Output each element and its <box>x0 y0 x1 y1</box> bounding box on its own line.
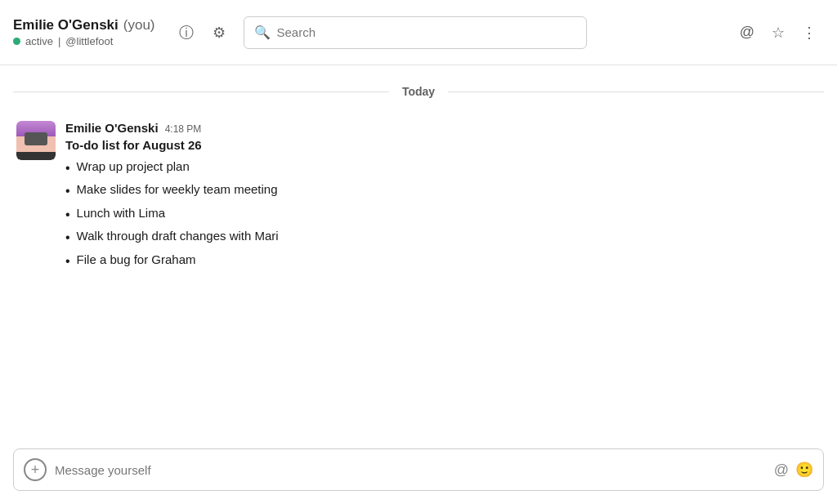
status-separator: | <box>58 35 60 47</box>
star-icon: ☆ <box>772 24 785 42</box>
search-icon: 🔍 <box>254 25 271 40</box>
star-button[interactable]: ☆ <box>763 18 793 47</box>
username-text: Emilie O'Genski <box>13 17 119 33</box>
info-button[interactable]: ⓘ <box>172 18 201 47</box>
avatar-image <box>16 121 56 160</box>
header-username: Emilie O'Genski (you) <box>13 17 155 33</box>
at-button[interactable]: @ <box>732 18 762 47</box>
search-input[interactable] <box>277 25 576 39</box>
list-item-text: Make slides for weekly team meeting <box>77 182 278 196</box>
more-icon: ⋮ <box>802 24 817 42</box>
input-box: + @ 🙂 <box>13 448 824 491</box>
status-text: active <box>25 35 53 47</box>
message-author: Emilie O'Genski <box>65 121 159 135</box>
date-divider: Today <box>0 65 837 114</box>
plus-icon: + <box>31 462 40 479</box>
at-mention-icon[interactable]: @ <box>774 462 789 479</box>
message-block: Emilie O'Genski 4:18 PM To-do list for A… <box>0 114 837 279</box>
input-area: + @ 🙂 <box>0 440 837 504</box>
header-status: active | @littlefoot <box>13 35 155 47</box>
messages-area: Today Emilie O'Genski 4:18 PM To-do list… <box>0 65 837 440</box>
list-item-text: Wrap up project plan <box>77 159 190 173</box>
info-icon: ⓘ <box>179 23 194 42</box>
input-right-icons: @ 🙂 <box>774 461 813 479</box>
user-handle: @littlefoot <box>65 35 113 47</box>
search-bar[interactable]: 🔍 <box>244 16 587 49</box>
list-item: Wrap up project plan <box>65 157 821 180</box>
header-action-icons: ⓘ ⚙ <box>172 18 234 47</box>
gear-icon: ⚙ <box>213 24 226 42</box>
list-item-text: Walk through draft changes with Mari <box>77 229 279 243</box>
more-button[interactable]: ⋮ <box>794 18 824 47</box>
emoji-icon[interactable]: 🙂 <box>795 461 813 479</box>
header: Emilie O'Genski (you) active | @littlefo… <box>0 0 837 65</box>
header-user-info: Emilie O'Genski (you) active | @littlefo… <box>13 17 155 47</box>
settings-button[interactable]: ⚙ <box>204 18 234 47</box>
add-button[interactable]: + <box>24 458 47 481</box>
list-item: Make slides for weekly team meeting <box>65 180 821 203</box>
at-icon: @ <box>740 24 754 41</box>
list-item: Lunch with Lima <box>65 203 821 226</box>
list-item-text: File a bug for Graham <box>77 252 196 266</box>
header-right-icons: @ ☆ ⋮ <box>732 18 824 47</box>
you-label: (you) <box>123 17 155 33</box>
message-list: Wrap up project plan Make slides for wee… <box>65 157 821 273</box>
date-label: Today <box>402 85 435 98</box>
list-item-text: Lunch with Lima <box>77 206 165 220</box>
message-input[interactable] <box>55 463 766 477</box>
status-dot-icon <box>13 38 20 45</box>
avatar <box>16 121 56 160</box>
message-title: To-do list for August 26 <box>65 138 821 152</box>
message-content: Emilie O'Genski 4:18 PM To-do list for A… <box>65 121 821 273</box>
message-time: 4:18 PM <box>165 123 202 135</box>
main-content: Today Emilie O'Genski 4:18 PM To-do list… <box>0 65 837 504</box>
message-header: Emilie O'Genski 4:18 PM <box>65 121 821 135</box>
list-item: File a bug for Graham <box>65 250 821 273</box>
list-item: Walk through draft changes with Mari <box>65 226 821 249</box>
